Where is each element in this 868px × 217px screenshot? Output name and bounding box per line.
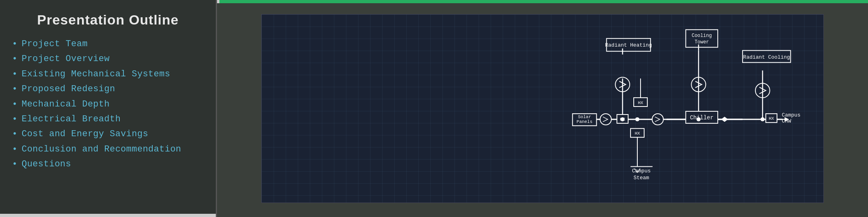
svg-point-42	[620, 117, 624, 121]
outline-item-7: Cost and Energy Savings	[22, 127, 148, 141]
outline-item-3: Existing Mechanical Systems	[22, 67, 170, 82]
svg-text:Steam: Steam	[634, 175, 649, 181]
svg-point-44	[761, 117, 765, 121]
outline-item-2: Project Overview	[22, 51, 110, 66]
svg-text:Campus: Campus	[782, 112, 800, 118]
outline-item-5: Mechanical Depth	[22, 97, 110, 112]
svg-point-43	[696, 117, 700, 121]
diagram-container: Radiant Heating Cooling Tower Radiant Co…	[261, 14, 824, 203]
bullet-icon: •	[12, 67, 18, 82]
svg-text:Campus: Campus	[632, 168, 651, 174]
top-bar-green	[219, 0, 868, 3]
outline-item-6: Electrical Breadth	[22, 112, 121, 127]
svg-text:Radiant Heating: Radiant Heating	[605, 42, 652, 48]
outline-list: • Project Team • Project Overview • Exis…	[0, 37, 216, 172]
bullet-icon: •	[12, 82, 18, 96]
list-item: • Conclusion and Recommendation	[12, 142, 204, 157]
list-item: • Electrical Breadth	[12, 112, 204, 127]
list-item: • Questions	[12, 157, 204, 172]
bullet-icon: •	[12, 51, 18, 66]
list-item: • Mechanical Depth	[12, 97, 204, 112]
svg-text:Cooling: Cooling	[692, 33, 712, 39]
right-panel: Radiant Heating Cooling Tower Radiant Co…	[217, 0, 868, 217]
svg-text:HX: HX	[635, 131, 640, 136]
bullet-icon: •	[12, 142, 18, 157]
bullet-icon: •	[12, 112, 18, 127]
presentation-outline-title: Presentation Outline	[37, 12, 179, 28]
svg-text:HX: HX	[769, 116, 774, 121]
outline-item-8: Conclusion and Recommendation	[22, 142, 181, 157]
svg-point-45	[635, 117, 639, 121]
svg-text:Panels: Panels	[577, 119, 592, 124]
mechanical-diagram: Radiant Heating Cooling Tower Radiant Co…	[262, 14, 823, 203]
svg-point-25	[652, 114, 663, 125]
list-item: • Project Overview	[12, 51, 204, 66]
list-item: • Existing Mechanical Systems	[12, 67, 204, 82]
svg-text:Radiant Cooling: Radiant Cooling	[743, 54, 790, 60]
svg-point-24	[600, 114, 611, 125]
bullet-icon: •	[12, 157, 18, 172]
svg-text:Chiller: Chiller	[690, 115, 714, 121]
outline-item-9: Questions	[22, 157, 71, 172]
svg-text:HX: HX	[638, 100, 643, 105]
left-panel: Presentation Outline • Project Team • Pr…	[0, 0, 217, 217]
svg-marker-36	[721, 117, 728, 122]
list-item: • Cost and Energy Savings	[12, 127, 204, 141]
outline-item-1: Project Team	[22, 37, 88, 51]
bullet-icon: •	[12, 37, 18, 51]
left-bottom-bar	[0, 214, 216, 217]
list-item: • Project Team	[12, 37, 204, 51]
outline-item-4: Proposed Redesign	[22, 82, 115, 96]
list-item: • Proposed Redesign	[12, 82, 204, 96]
svg-text:Solar: Solar	[578, 115, 591, 119]
bullet-icon: •	[12, 127, 18, 141]
bullet-icon: •	[12, 97, 18, 112]
svg-text:Tower: Tower	[694, 39, 709, 45]
